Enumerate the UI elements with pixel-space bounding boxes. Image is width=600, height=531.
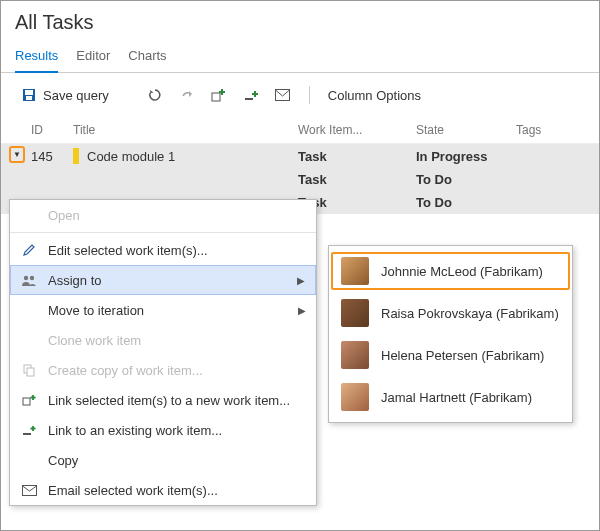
mail-icon [275,87,291,103]
svg-rect-2 [26,96,32,100]
cm-email[interactable]: Email selected work item(s)... [10,475,316,505]
svg-rect-9 [23,398,30,405]
tab-results[interactable]: Results [15,42,58,73]
cm-assign-to[interactable]: Assign to ▶ [10,265,316,295]
mail-icon [20,482,38,498]
link-existing-icon [20,422,38,438]
add-icon [243,87,259,103]
add-item-button[interactable] [237,83,265,107]
cm-clone: Clone work item [10,325,316,355]
cell-workitem: Task [298,172,416,187]
redo-icon [179,87,195,103]
toolbar: Save query Column Options [1,73,599,117]
svg-point-5 [24,276,28,280]
cm-label: Link selected item(s) to a new work item… [48,393,290,408]
cm-edit-selected[interactable]: Edit selected work item(s)... [10,235,316,265]
cm-label: Link to an existing work item... [48,423,222,438]
col-header-workitem[interactable]: Work Item... [298,123,416,137]
assignee-item[interactable]: Helena Petersen (Fabrikam) [329,334,572,376]
cell-state: To Do [416,172,516,187]
cm-move-iteration[interactable]: Move to iteration ▶ [10,295,316,325]
new-linked-button[interactable] [205,83,233,107]
cell-title-text: Code module 1 [87,149,175,164]
cm-link-existing[interactable]: Link to an existing work item... [10,415,316,445]
col-header-title[interactable]: Title [73,123,298,137]
avatar [341,257,369,285]
save-icon [21,87,37,103]
col-header-tags[interactable]: Tags [516,123,576,137]
column-options-button[interactable]: Column Options [322,84,427,107]
assignee-name: Helena Petersen (Fabrikam) [381,348,544,363]
column-options-label: Column Options [328,88,421,103]
toolbar-separator [309,86,310,104]
row-dropdown-marker[interactable]: ▼ [9,146,25,163]
cm-label: Create copy of work item... [48,363,203,378]
avatar [341,341,369,369]
cm-label: Clone work item [48,333,141,348]
refresh-icon [147,87,163,103]
cm-separator [10,232,316,233]
task-color-bar [73,148,79,164]
assignee-item[interactable]: Jamal Hartnett (Fabrikam) [329,376,572,418]
assignee-item[interactable]: Raisa Pokrovskaya (Fabrikam) [329,292,572,334]
email-button[interactable] [269,83,297,107]
table-row[interactable]: 145 Code module 1 Task In Progress [1,144,599,168]
tabs: Results Editor Charts [1,42,599,73]
cm-label: Email selected work item(s)... [48,483,218,498]
assignee-item[interactable]: Johnnie McLeod (Fabrikam) [329,250,572,292]
svg-rect-8 [27,368,34,376]
assign-to-submenu: Johnnie McLeod (Fabrikam) Raisa Pokrovsk… [328,245,573,423]
chevron-right-icon: ▶ [297,275,305,286]
table-row[interactable]: Task To Do [1,168,599,191]
people-icon [20,272,38,288]
cell-state: In Progress [416,149,516,164]
cm-link-new[interactable]: Link selected item(s) to a new work item… [10,385,316,415]
copy-icon [20,362,38,378]
tab-editor[interactable]: Editor [76,42,110,72]
cm-label: Copy [48,453,78,468]
grid-header: ID Title Work Item... State Tags [1,117,599,144]
cm-copy[interactable]: Copy [10,445,316,475]
cm-open: Open [10,200,316,230]
assignee-name: Johnnie McLeod (Fabrikam) [381,264,543,279]
svg-rect-3 [212,93,220,101]
tab-charts[interactable]: Charts [128,42,166,72]
col-header-state[interactable]: State [416,123,516,137]
link-new-icon [20,392,38,408]
edit-icon [20,242,38,258]
cm-label: Assign to [48,273,101,288]
cm-create-copy: Create copy of work item... [10,355,316,385]
avatar [341,299,369,327]
cm-label: Edit selected work item(s)... [48,243,208,258]
cell-workitem: Task [298,149,416,164]
svg-point-6 [30,276,34,280]
context-menu: Open Edit selected work item(s)... Assig… [9,199,317,506]
new-linked-icon [211,87,227,103]
avatar [341,383,369,411]
assignee-name: Raisa Pokrovskaya (Fabrikam) [381,306,559,321]
redo-button[interactable] [173,83,201,107]
refresh-button[interactable] [141,83,169,107]
cell-title: Code module 1 [73,148,298,164]
svg-rect-1 [25,90,33,95]
cell-id: 145 [31,149,73,164]
page-title: All Tasks [1,1,599,42]
cm-label: Open [48,208,80,223]
chevron-right-icon: ▶ [298,305,306,316]
assignee-name: Jamal Hartnett (Fabrikam) [381,390,532,405]
cell-state: To Do [416,195,516,210]
save-query-label: Save query [43,88,109,103]
cm-label: Move to iteration [48,303,144,318]
save-query-button[interactable]: Save query [15,83,115,107]
col-header-id[interactable]: ID [31,123,73,137]
